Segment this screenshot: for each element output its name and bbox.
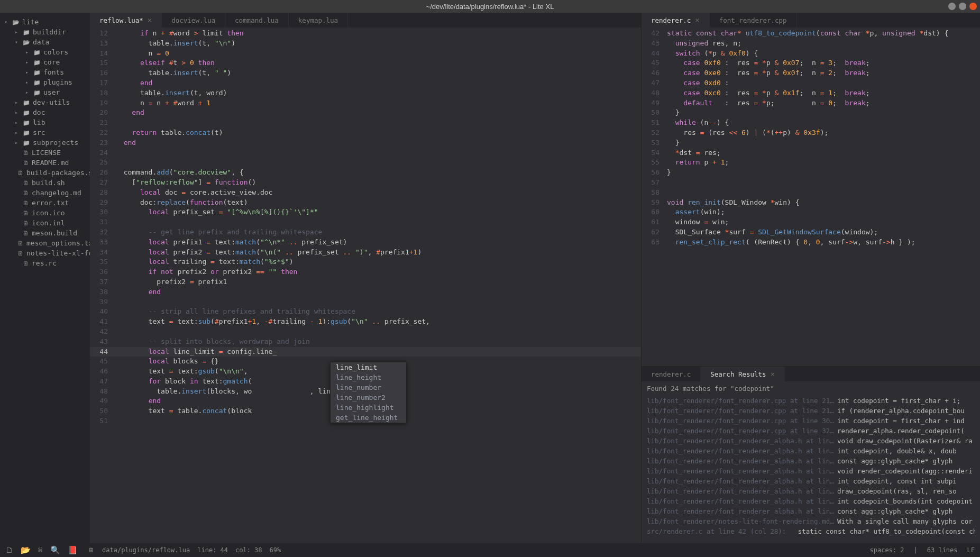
code-line[interactable]: 16 table.insert(t, " ") — [90, 68, 641, 78]
code-line[interactable]: 27 ["reflow:reflow"] = function() — [90, 178, 641, 188]
code-line[interactable]: 36 if not prefix2 or prefix2 == "" then — [90, 267, 641, 277]
autocomplete-item[interactable]: line_number2 — [331, 392, 406, 403]
status-eol[interactable]: LF — [967, 546, 975, 554]
search-result-row[interactable]: lib/font_renderer/font_renderer.cpp at l… — [642, 416, 980, 426]
settings-icon[interactable]: ⌘ — [38, 545, 43, 555]
file-tree[interactable]: ▾lite▸builddir▾data▸colors▸core▸fonts▸pl… — [0, 13, 90, 543]
code-line[interactable]: 44 switch (*p & 0xf0) { — [642, 49, 980, 59]
tree-item-doc[interactable]: ▸doc — [0, 107, 90, 117]
close-icon[interactable]: × — [771, 370, 775, 378]
tree-item-error.txt[interactable]: error.txt — [0, 198, 90, 208]
new-file-icon[interactable]: 🗋 — [5, 545, 13, 555]
code-line[interactable]: 19 n = n + #word + 1 — [90, 98, 641, 108]
code-line[interactable]: 47 case 0xd0 : — [642, 78, 980, 88]
code-line[interactable]: 42static const char* utf8_to_codepoint(c… — [642, 29, 980, 39]
tree-item-notes-lite-xl-for-1.16[interactable]: notes-lite-xl-for-1.16 — [0, 248, 90, 258]
code-line[interactable]: 35 local trailing = text:match("%s*$") — [90, 257, 641, 267]
tree-item-meson.build[interactable]: meson.build — [0, 228, 90, 238]
code-line[interactable]: 37 prefix2 = prefix1 — [90, 277, 641, 287]
search-tab-search-results[interactable]: Search Results× — [701, 367, 785, 381]
code-line[interactable]: 34 local prefix2 = text:match("\n(" .. p… — [90, 248, 641, 258]
autocomplete-popup[interactable]: line_limitline_heightline_numberline_num… — [330, 362, 407, 423]
tree-item-subprojects[interactable]: ▸subprojects — [0, 138, 90, 148]
code-line[interactable]: 63 ren_set_clip_rect( (RenRect) { 0, 0, … — [642, 238, 980, 248]
tree-item-fonts[interactable]: ▸fonts — [0, 67, 90, 77]
tree-item-plugins[interactable]: ▸plugins — [0, 77, 90, 87]
tree-item-changelog.md[interactable]: changelog.md — [0, 188, 90, 198]
tree-item-build.sh[interactable]: build.sh — [0, 178, 90, 188]
right-tab-renderer-c[interactable]: renderer.c× — [642, 13, 710, 28]
left-tab-command-lua[interactable]: command.lua — [225, 13, 289, 28]
autocomplete-item[interactable]: line_height — [331, 372, 406, 382]
tree-item-lite[interactable]: ▾lite — [0, 17, 90, 27]
search-result-row[interactable]: lib/font_renderer/font_renderer.cpp at l… — [642, 406, 980, 416]
search-result-row[interactable]: lib/font_renderer/font_renderer_alpha.h … — [642, 436, 980, 446]
code-line[interactable]: 13 table.insert(t, "\n") — [90, 39, 641, 49]
code-line[interactable]: 22 return table.concat(t) — [90, 128, 641, 138]
code-line[interactable]: 32 -- get line prefix and trailing white… — [90, 227, 641, 238]
right-tab-font-renderer-cpp[interactable]: font_renderer.cpp — [710, 13, 797, 28]
code-line[interactable]: 51 while (n--) { — [642, 118, 980, 128]
code-line[interactable]: 31 — [90, 217, 641, 227]
code-line[interactable]: 25 — [90, 158, 641, 168]
code-line[interactable]: 18 table.insert(t, word) — [90, 88, 641, 98]
code-line[interactable]: 14 n = 0 — [90, 49, 641, 59]
code-line[interactable]: 38 end — [90, 287, 641, 297]
tree-item-LICENSE[interactable]: LICENSE — [0, 148, 90, 158]
search-icon[interactable]: 🔍 — [50, 545, 60, 555]
code-line[interactable]: 43 -- split into blocks, wordwrap and jo… — [90, 337, 641, 347]
search-result-row[interactable]: lib/font_renderer/font_renderer_alpha.h … — [642, 456, 980, 466]
editor-left[interactable]: 12 if n + #word > limit then13 table.ins… — [90, 28, 641, 543]
code-line[interactable]: 57 — [642, 178, 980, 188]
tree-item-dev-utils[interactable]: ▸dev-utils — [0, 97, 90, 107]
autocomplete-item[interactable]: line_number — [331, 382, 406, 392]
autocomplete-item[interactable]: get_line_height — [331, 413, 406, 423]
code-line[interactable]: 43 unsigned res, n; — [642, 39, 980, 49]
tree-item-colors[interactable]: ▸colors — [0, 47, 90, 57]
code-line[interactable]: 59void ren_init(SDL_Window *win) { — [642, 198, 980, 208]
code-line[interactable]: 44 local line_limit = config.line_ — [90, 347, 641, 357]
search-result-row[interactable]: lib/font_renderer/font_renderer_alpha.h … — [642, 476, 980, 486]
code-line[interactable]: 48 case 0xc0 : res = *p & 0x1f; n = 1; b… — [642, 88, 980, 98]
code-line[interactable]: 23 end — [90, 138, 641, 148]
code-line[interactable]: 33 local prefix1 = text:match("^\n*" .. … — [90, 238, 641, 248]
search-result-row[interactable]: lib/font_renderer/notes-lite-font-render… — [642, 516, 980, 526]
open-folder-icon[interactable]: 📂 — [21, 545, 31, 555]
left-tab-docview-lua[interactable]: docview.lua — [162, 13, 225, 28]
autocomplete-item[interactable]: line_highlight — [331, 403, 406, 413]
code-line[interactable]: 54 *dst = res; — [642, 148, 980, 158]
code-line[interactable]: 28 local doc = core.active_view.doc — [90, 188, 641, 198]
code-line[interactable]: 12 if n + #word > limit then — [90, 29, 641, 39]
tree-item-builddir[interactable]: ▸builddir — [0, 27, 90, 37]
code-line[interactable]: 50 } — [642, 108, 980, 118]
window-close-icon[interactable] — [969, 3, 977, 10]
code-line[interactable]: 24 — [90, 148, 641, 158]
code-line[interactable]: 17 end — [90, 78, 641, 88]
code-line[interactable]: 58 — [642, 188, 980, 198]
close-icon[interactable]: × — [148, 16, 152, 24]
tree-item-meson_options.txt[interactable]: meson_options.txt — [0, 238, 90, 248]
status-spaces[interactable]: spaces: 2 — [869, 546, 904, 554]
code-line[interactable]: 53 } — [642, 138, 980, 148]
search-result-row[interactable]: lib/font_renderer/font_renderer_alpha.h … — [642, 496, 980, 506]
search-result-row[interactable]: lib/font_renderer/font_renderer_alpha.h … — [642, 466, 980, 476]
autocomplete-item[interactable]: line_limit — [331, 362, 406, 372]
code-line[interactable]: 60 assert(win); — [642, 207, 980, 217]
search-tab-renderer-c[interactable]: renderer.c — [642, 367, 701, 381]
code-line[interactable]: 30 local prefix_set = "[^%w\n%[%](){}`'\… — [90, 207, 641, 217]
code-line[interactable]: 29 doc:replace(function(text) — [90, 198, 641, 208]
code-line[interactable]: 26 command.add("core.docview", { — [90, 168, 641, 178]
code-line[interactable]: 20 end — [90, 108, 641, 118]
tree-item-src[interactable]: ▸src — [0, 127, 90, 138]
search-result-row[interactable]: src/renderer.c at line 42 (col 28):stati… — [642, 526, 980, 536]
code-line[interactable]: 21 — [90, 118, 641, 128]
tree-item-lib[interactable]: ▸lib — [0, 117, 90, 127]
left-tab-keymap-lua[interactable]: keymap.lua — [289, 13, 348, 28]
search-result-row[interactable]: lib/font_renderer/font_renderer.cpp at l… — [642, 426, 980, 436]
code-line[interactable]: 42 — [90, 327, 641, 337]
book-icon[interactable]: 📕 — [68, 545, 78, 555]
search-results[interactable]: lib/font_renderer/font_renderer.cpp at l… — [642, 396, 980, 543]
tree-item-icon.inl[interactable]: icon.inl — [0, 218, 90, 228]
search-result-row[interactable]: lib/font_renderer/font_renderer_alpha.h … — [642, 446, 980, 456]
code-line[interactable]: 40 -- strip all line prefixes and traili… — [90, 307, 641, 317]
